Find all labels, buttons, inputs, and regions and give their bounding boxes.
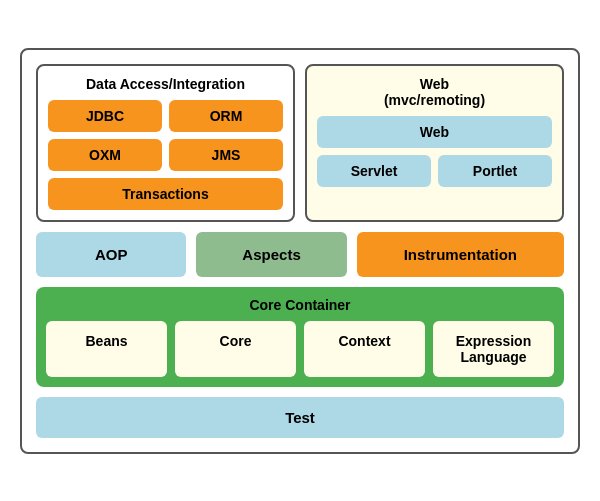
core-container: Core Container Beans Core Context Expres…	[36, 287, 564, 387]
web-inner: Web Servlet Portlet	[317, 116, 552, 187]
beans-item: Beans	[46, 321, 167, 377]
expression-language-item: ExpressionLanguage	[433, 321, 554, 377]
jdbc-item: JDBC	[48, 100, 162, 132]
transactions-item: Transactions	[48, 178, 283, 210]
web-item: Web	[317, 116, 552, 148]
instrumentation-item: Instrumentation	[357, 232, 564, 277]
web-section: Web(mvc/remoting) Web Servlet Portlet	[305, 64, 564, 222]
context-item: Context	[304, 321, 425, 377]
aop-item: AOP	[36, 232, 186, 277]
spring-framework-diagram: Data Access/Integration JDBC ORM OXM JMS…	[20, 48, 580, 454]
portlet-item: Portlet	[438, 155, 552, 187]
data-access-grid: JDBC ORM OXM JMS Transactions	[48, 100, 283, 210]
oxm-item: OXM	[48, 139, 162, 171]
test-bar: Test	[36, 397, 564, 438]
core-row: Beans Core Context ExpressionLanguage	[46, 321, 554, 377]
web-row: Servlet Portlet	[317, 155, 552, 187]
jms-item: JMS	[169, 139, 283, 171]
web-title: Web(mvc/remoting)	[317, 76, 552, 108]
row-2: AOP Aspects Instrumentation	[36, 232, 564, 277]
core-item: Core	[175, 321, 296, 377]
aspects-item: Aspects	[196, 232, 346, 277]
data-access-title: Data Access/Integration	[48, 76, 283, 92]
orm-item: ORM	[169, 100, 283, 132]
data-access-section: Data Access/Integration JDBC ORM OXM JMS…	[36, 64, 295, 222]
row-1: Data Access/Integration JDBC ORM OXM JMS…	[36, 64, 564, 222]
servlet-item: Servlet	[317, 155, 431, 187]
core-container-title: Core Container	[46, 297, 554, 313]
